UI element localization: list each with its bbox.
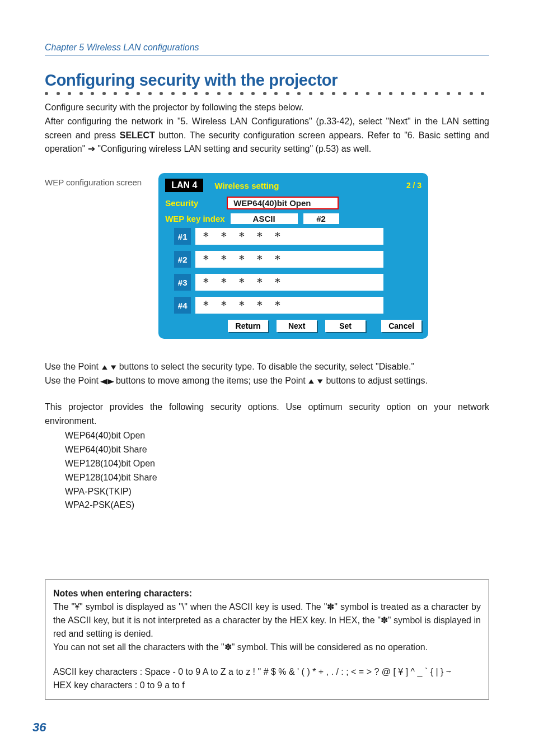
- text-fragment: buttons to move among the items; use the…: [114, 376, 308, 385]
- text-fragment: Use the Point: [45, 362, 101, 371]
- security-options-list: WEP64(40)bit Open WEP64(40)bit Share WEP…: [65, 429, 489, 512]
- dialog-button-row: Return Next Set Cancel: [165, 320, 421, 332]
- left-right-triangles-icon: ◀▶: [100, 376, 114, 388]
- text-fragment: "Configuring wireless LAN setting and se…: [95, 144, 371, 153]
- arrow-icon: ➔: [88, 144, 95, 153]
- key-input-2[interactable]: ＊＊＊＊＊: [195, 251, 383, 268]
- screenshot-caption: WEP configuration screen: [45, 178, 142, 187]
- option-item: WEP64(40)bit Open: [65, 429, 489, 443]
- body-p1: Use the Point ▲▼ buttons to select the s…: [45, 360, 489, 374]
- ascii-value-box[interactable]: ASCII: [231, 213, 298, 224]
- wireless-setting-label: Wireless setting: [214, 181, 279, 190]
- option-item: WEP128(104)bit Open: [65, 457, 489, 471]
- up-down-triangles-icon: ▲▼: [307, 376, 325, 388]
- page-indicator: 2 / 3: [406, 181, 421, 190]
- notes-title: Notes when entering characters:: [53, 587, 481, 600]
- security-label: Security: [165, 198, 221, 208]
- text-fragment: buttons to select the security type. To …: [116, 362, 414, 371]
- set-button[interactable]: Set: [325, 320, 366, 332]
- key-row-3: #3 ＊＊＊＊＊: [174, 274, 421, 291]
- key-num-4: #4: [174, 297, 191, 314]
- return-button[interactable]: Return: [228, 320, 268, 332]
- option-item: WEP128(104)bit Share: [65, 471, 489, 485]
- lan-label: LAN 4: [165, 179, 203, 192]
- key-num-1: #1: [174, 228, 191, 245]
- key-row-1: #1 ＊＊＊＊＊: [174, 228, 421, 245]
- chapter-separator: [45, 55, 489, 55]
- notes-box: Notes when entering characters: The "¥" …: [45, 580, 489, 699]
- key-num-3: #3: [174, 274, 191, 291]
- dotted-separator: [45, 92, 489, 95]
- intro-paragraph: Configure security with the projector by…: [45, 101, 489, 156]
- body-p3: This projector provides the following se…: [45, 400, 489, 428]
- key-input-4[interactable]: ＊＊＊＊＊: [195, 297, 383, 314]
- key-row-2: #2 ＊＊＊＊＊: [174, 251, 421, 268]
- cancel-button[interactable]: Cancel: [381, 320, 421, 332]
- key-index-value-box[interactable]: #2: [303, 213, 339, 224]
- notes-p3: ASCII key characters : Space - 0 to 9 A …: [53, 665, 481, 679]
- key-input-1[interactable]: ＊＊＊＊＊: [195, 228, 383, 245]
- security-row: Security WEP64(40)bit Open: [165, 197, 421, 209]
- key-num-2: #2: [174, 251, 191, 268]
- section-title: Configuring security with the projector: [45, 71, 489, 90]
- body-p2: Use the Point ◀▶ buttons to move among t…: [45, 374, 489, 388]
- notes-p4: HEX key characters : 0 to 9 a to f: [53, 679, 481, 692]
- option-item: WEP64(40)bit Share: [65, 443, 489, 457]
- security-value-box[interactable]: WEP64(40)bit Open: [227, 197, 339, 209]
- page-number: 36: [32, 720, 46, 735]
- wep-config-dialog: LAN 4 Wireless setting 2 / 3 Security WE…: [158, 173, 428, 339]
- option-item: WPA2-PSK(AES): [65, 498, 489, 512]
- wep-index-label: WEP key index: [165, 214, 224, 223]
- body-paragraphs: Use the Point ▲▼ buttons to select the s…: [45, 360, 489, 512]
- next-button[interactable]: Next: [277, 320, 317, 332]
- chapter-header: Chapter 5 Wireless LAN configurations: [45, 43, 489, 53]
- option-item: WPA-PSK(TKIP): [65, 485, 489, 499]
- notes-p2: You can not set all the characters with …: [53, 641, 481, 654]
- dialog-header-row: LAN 4 Wireless setting 2 / 3: [165, 179, 421, 192]
- intro-line2: After configuring the network in "5. Wir…: [45, 115, 489, 156]
- wep-key-index-row: WEP key index ASCII #2: [165, 213, 421, 224]
- text-fragment: Use the Point: [45, 376, 101, 385]
- key-input-3[interactable]: ＊＊＊＊＊: [195, 274, 383, 291]
- up-down-triangles-icon: ▲▼: [100, 362, 118, 374]
- text-fragment: buttons to adjust settings.: [324, 376, 428, 385]
- intro-line1: Configure security with the projector by…: [45, 101, 489, 115]
- key-row-4: #4 ＊＊＊＊＊: [174, 297, 421, 314]
- notes-p1: The "¥" symbol is displayed as "\" when …: [53, 600, 481, 641]
- select-bold: SELECT: [120, 130, 155, 140]
